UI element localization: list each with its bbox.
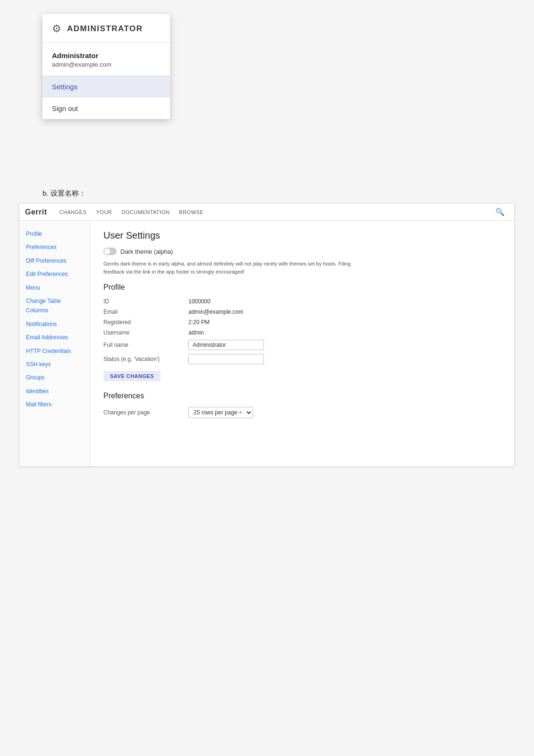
sidebar-link-preferences[interactable]: Preferences: [19, 241, 90, 254]
preferences-heading: Preferences: [103, 392, 501, 400]
sidebar-link-edit-preferences[interactable]: Edit Preferences: [19, 267, 90, 281]
search-icon[interactable]: 🔍: [492, 207, 509, 216]
dropdown-user-name: Administrator: [52, 52, 161, 60]
profile-label-status: Status (e.g. 'Vacation'): [103, 356, 188, 362]
menu-item-settings[interactable]: Settings: [42, 76, 170, 98]
dropdown-user-email: admin@example.com: [52, 61, 161, 68]
profile-row-fullname: Full name: [103, 340, 501, 350]
dropdown-user-info: Administrator admin@example.com: [42, 43, 170, 76]
sidebar-link-ssh-keys[interactable]: SSH keys: [19, 358, 90, 371]
nav-item-browse[interactable]: BROWSE: [174, 204, 208, 220]
gerrit-navbar: Gerrit CHANGES YOUR DOCUMENTATION BROWSE…: [19, 204, 514, 221]
profile-row-registered: Registered 2:20 PM: [103, 319, 501, 326]
alpha-note: Gerrits dark theme is in early alpha, an…: [103, 260, 368, 275]
profile-label-email: Email: [103, 309, 188, 315]
section-label: b. 设置名称：: [42, 189, 86, 198]
dark-theme-toggle[interactable]: [103, 248, 117, 255]
profile-label-id: ID: [103, 298, 188, 305]
gerrit-brand: Gerrit: [25, 208, 47, 216]
profile-label-fullname: Full name: [103, 342, 188, 348]
pref-select-changes-per-page[interactable]: 25 rows per page ÷ 10 rows per page 50 r…: [188, 407, 253, 418]
dark-theme-row: Dark theme (alpha): [103, 248, 501, 255]
menu-item-signout[interactable]: Sign out: [42, 98, 170, 119]
profile-label-registered: Registered: [103, 319, 188, 326]
sidebar-link-http-credentials[interactable]: HTTP Credentials: [19, 344, 90, 358]
sidebar-link-mail-filters[interactable]: Mail filters: [19, 398, 90, 411]
sidebar-link-profile[interactable]: Profile: [19, 227, 90, 241]
profile-value-id: 1000000: [188, 298, 211, 305]
pref-label-changes-per-page: Changes per page: [103, 409, 188, 416]
sidebar-link-notifications[interactable]: Notifications: [19, 318, 90, 331]
gerrit-main: User Settings Dark theme (alpha) Gerrits…: [90, 221, 514, 466]
sidebar-link-groups[interactable]: Groups: [19, 371, 90, 384]
save-changes-button[interactable]: SAVE CHANGES: [103, 371, 161, 381]
profile-row-status: Status (e.g. 'Vacation'): [103, 354, 501, 364]
settings-title: User Settings: [103, 230, 501, 241]
sidebar-link-change-table[interactable]: Change Table Columns: [19, 294, 90, 318]
sidebar-link-email-addresses[interactable]: Email Addresses: [19, 331, 90, 344]
profile-row-email: Email admin@example.com: [103, 309, 501, 315]
dropdown-menu: ⚙ ADMINISTRATOR Administrator admin@exam…: [42, 14, 170, 119]
nav-item-your[interactable]: YOUR: [91, 204, 117, 220]
gerrit-container: Gerrit CHANGES YOUR DOCUMENTATION BROWSE…: [19, 203, 515, 467]
gerrit-sidebar: Profile Preferences Diff Preferences Edi…: [19, 221, 90, 466]
profile-row-username: Username admin: [103, 329, 501, 336]
gerrit-body: Profile Preferences Diff Preferences Edi…: [19, 221, 514, 466]
profile-row-id: ID 1000000: [103, 298, 501, 305]
sidebar-link-menu[interactable]: Menu: [19, 281, 90, 294]
gear-icon: ⚙: [52, 23, 61, 35]
profile-value-username: admin: [188, 329, 204, 336]
profile-input-fullname[interactable]: [188, 340, 264, 350]
profile-label-username: Username: [103, 329, 188, 336]
nav-item-changes[interactable]: CHANGES: [55, 204, 92, 220]
profile-value-registered: 2:20 PM: [188, 319, 210, 326]
profile-input-status[interactable]: [188, 354, 264, 364]
dropdown-title: ADMINISTRATOR: [67, 24, 143, 34]
sidebar-link-diff-preferences[interactable]: Diff Preferences: [19, 254, 90, 267]
profile-heading: Profile: [103, 283, 501, 292]
dropdown-header: ⚙ ADMINISTRATOR: [42, 14, 170, 43]
pref-row-changes-per-page: Changes per page 25 rows per page ÷ 10 r…: [103, 407, 501, 418]
profile-value-email: admin@example.com: [188, 309, 243, 315]
nav-item-documentation[interactable]: DOCUMENTATION: [117, 204, 174, 220]
dark-theme-label: Dark theme (alpha): [120, 248, 173, 255]
sidebar-link-identities[interactable]: Identities: [19, 385, 90, 398]
